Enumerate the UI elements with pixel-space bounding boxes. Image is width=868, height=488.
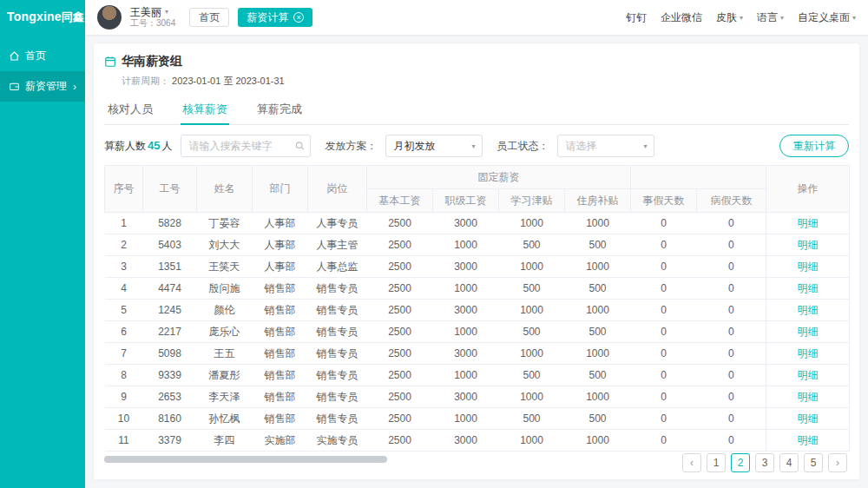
status-label: 员工状态： <box>496 139 549 154</box>
caret-down-icon: ▾ <box>643 142 647 150</box>
search-icon[interactable] <box>294 141 306 152</box>
col-dept: 部门 <box>253 166 308 213</box>
detail-link[interactable]: 明细 <box>798 412 819 425</box>
table-row: 1 5828 丁晏容 人事部 人事专员 2500 3000 1000 1000 … <box>105 213 850 234</box>
step-tabs: 核对人员 核算薪资 算薪完成 <box>104 95 849 125</box>
menu-language[interactable]: 语言▾ <box>757 10 784 25</box>
detail-link[interactable]: 明细 <box>798 391 819 403</box>
employee-number: 工号：3064 <box>130 18 175 29</box>
prev-page-button[interactable]: ‹ <box>682 453 701 472</box>
menu-skin[interactable]: 皮肤▾ <box>716 10 743 25</box>
page-button-5[interactable]: 5 <box>804 453 823 472</box>
col-housing-allowance: 住房补贴 <box>565 189 631 213</box>
user-meta: 王美丽 ▾ 工号：3064 <box>130 6 175 29</box>
col-index: 序号 <box>105 166 143 213</box>
caret-down-icon: ▾ <box>471 142 475 150</box>
col-grade-salary: 职级工资 <box>433 189 499 213</box>
table-row: 9 2653 李天泽 销售部 销售专员 2500 3000 1000 1000 … <box>105 386 850 408</box>
wallet-icon <box>9 81 20 92</box>
search-input[interactable] <box>181 135 311 157</box>
brand-logo-en: Tongxine <box>7 10 62 23</box>
payroll-table-wrap: 序号 工号 姓名 部门 岗位 固定薪资 操作 基本工资 <box>104 165 849 463</box>
tab-calc-salary[interactable]: 核算薪资 <box>181 95 229 124</box>
pay-period-label: 计薪周期： <box>122 76 169 86</box>
search-box <box>181 135 311 157</box>
pay-period-value: 2023-01-01 至 2023-01-31 <box>172 76 285 86</box>
next-page-button[interactable]: › <box>828 453 847 472</box>
pagination-pages: 12345 <box>707 453 823 472</box>
tab-calc-done[interactable]: 算薪完成 <box>255 95 304 124</box>
table-row: 2 5403 刘大大 人事部 人事主管 2500 1000 500 500 0 … <box>105 234 850 256</box>
detail-link[interactable]: 明细 <box>798 304 819 316</box>
col-study-allowance: 学习津贴 <box>499 189 565 213</box>
topbar: 王美丽 ▾ 工号：3064 首页 薪资计算 × 钉钉 企业微信 皮肤▾ 语言▾ … <box>85 0 868 35</box>
page-button-2[interactable]: 2 <box>731 453 750 472</box>
sidebar-item-home[interactable]: 首页 <box>0 41 85 71</box>
table-row: 5 1245 颜伦 销售部 销售专员 2500 3000 1000 1000 0… <box>105 300 850 321</box>
sidebar-item-payroll[interactable]: 薪资管理 › <box>0 71 85 102</box>
status-select[interactable]: 请选择 ▾ <box>557 135 654 157</box>
caret-down-icon: ▾ <box>780 14 784 22</box>
staff-count: 算薪人数45人 <box>104 139 172 154</box>
page-button-4[interactable]: 4 <box>779 453 799 472</box>
detail-link[interactable]: 明细 <box>798 239 819 251</box>
close-icon[interactable]: × <box>293 12 304 23</box>
plan-select[interactable]: 月初发放 ▾ <box>385 135 483 157</box>
sidebar: Tongxine同鑫 首页 薪资管理 › <box>0 0 85 488</box>
menu-dingtalk[interactable]: 钉钉 <box>626 10 647 25</box>
sidebar-nav: 首页 薪资管理 › <box>0 41 85 102</box>
user-name[interactable]: 王美丽 ▾ <box>130 6 175 18</box>
table-row: 3 1351 王笑天 人事部 人事总监 2500 3000 1000 1000 … <box>105 256 850 278</box>
page-title: 华南薪资组 <box>122 54 182 69</box>
caret-down-icon: ▾ <box>740 14 743 22</box>
detail-link[interactable]: 明细 <box>798 217 819 229</box>
home-icon <box>9 50 20 62</box>
page-button-3[interactable]: 3 <box>755 453 774 472</box>
recalculate-button[interactable]: 重新计算 <box>779 135 849 157</box>
plan-label: 发放方案： <box>325 139 377 154</box>
topbar-menu: 钉钉 企业微信 皮肤▾ 语言▾ 自定义桌面▾ <box>626 10 856 25</box>
col-position: 岗位 <box>308 166 367 213</box>
pay-period: 计薪周期： 2023-01-01 至 2023-01-31 <box>104 71 849 91</box>
table-row: 7 5098 王五 销售部 销售专员 2500 3000 1000 1000 0… <box>105 343 850 365</box>
table-row: 8 9339 潘夏彤 销售部 销售专员 2500 1000 500 500 0 … <box>105 365 850 386</box>
table-row: 6 2217 庞乐心 销售部 销售专员 2500 1000 500 500 0 … <box>105 321 850 343</box>
col-group-fixed-salary: 固定薪资 <box>367 166 631 189</box>
table-row: 4 4474 殷问施 销售部 销售专员 2500 1000 500 500 0 … <box>105 278 850 300</box>
col-sick-leave-days: 病假天数 <box>697 189 766 213</box>
brand-logo: Tongxine同鑫 <box>0 0 85 41</box>
col-name: 姓名 <box>197 166 253 213</box>
chevron-right-icon: › <box>73 81 76 93</box>
detail-link[interactable]: 明细 <box>798 347 819 359</box>
menu-wecom[interactable]: 企业微信 <box>661 10 702 25</box>
tab-chip-home[interactable]: 首页 <box>189 8 229 27</box>
caret-down-icon: ▾ <box>165 8 168 16</box>
table-row: 11 3379 李四 实施部 实施专员 2500 3000 1000 1000 … <box>105 430 850 452</box>
detail-link[interactable]: 明细 <box>798 260 819 273</box>
sidebar-item-label: 薪资管理 <box>25 79 67 94</box>
detail-link[interactable]: 明细 <box>798 282 819 294</box>
table-header: 序号 工号 姓名 部门 岗位 固定薪资 操作 基本工资 <box>105 166 850 213</box>
brand-logo-cn: 同鑫 <box>62 10 84 23</box>
col-group-empty <box>631 166 766 189</box>
table-body: 1 5828 丁晏容 人事部 人事专员 2500 3000 1000 1000 … <box>105 213 850 452</box>
page-button-1[interactable]: 1 <box>707 453 726 472</box>
table-row: 10 8160 孙忆枫 销售部 销售专员 2500 1000 500 500 0… <box>105 408 850 430</box>
tab-check-staff[interactable]: 核对人员 <box>106 95 155 124</box>
payroll-table: 序号 工号 姓名 部门 岗位 固定薪资 操作 基本工资 <box>104 165 850 452</box>
content: 华南薪资组 计薪周期： 2023-01-01 至 2023-01-31 核对人员… <box>85 35 868 488</box>
col-emp-no: 工号 <box>143 166 197 213</box>
horizontal-scrollbar[interactable] <box>104 456 387 463</box>
main-area: 王美丽 ▾ 工号：3064 首页 薪资计算 × 钉钉 企业微信 皮肤▾ 语言▾ … <box>85 0 868 488</box>
tab-chip-home-label: 首页 <box>199 10 220 25</box>
col-personal-leave-days: 事假天数 <box>631 189 697 213</box>
detail-link[interactable]: 明细 <box>798 434 819 446</box>
tab-chip-payroll-calc[interactable]: 薪资计算 × <box>238 8 312 27</box>
detail-link[interactable]: 明细 <box>798 369 819 381</box>
menu-custom-desktop[interactable]: 自定义桌面▾ <box>798 10 856 25</box>
filter-bar: 算薪人数45人 发放方案： 月初发放 ▾ 员工状态： <box>104 125 849 165</box>
detail-link[interactable]: 明细 <box>798 326 819 338</box>
page-head: 华南薪资组 <box>104 50 849 71</box>
avatar[interactable] <box>97 5 122 30</box>
app-root: Tongxine同鑫 首页 薪资管理 › <box>0 0 868 488</box>
